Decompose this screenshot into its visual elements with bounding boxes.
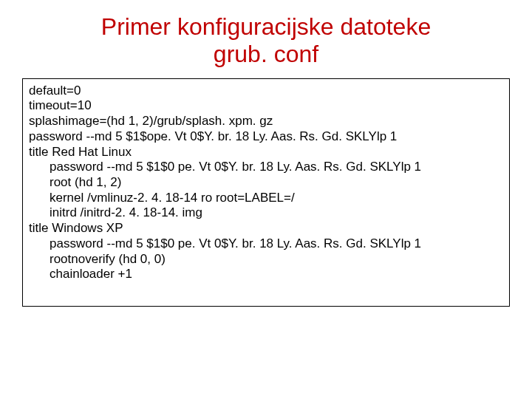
config-line: root (hd 1, 2) <box>29 175 503 191</box>
config-line: title Red Hat Linux <box>29 145 503 160</box>
config-line: password --md 5 $1$0 pe. Vt 0$Y. br. 18 … <box>29 160 503 175</box>
config-line: chainloader +1 <box>29 267 503 282</box>
title-line-2: grub. conf <box>214 41 318 67</box>
config-line: title Windows XP <box>29 221 503 236</box>
config-line: initrd /initrd-2. 4. 18-14. img <box>29 205 503 221</box>
config-line: default=0 <box>29 83 503 99</box>
config-line: splashimage=(hd 1, 2)/grub/splash. xpm. … <box>29 114 503 129</box>
config-line: kernel /vmlinuz-2. 4. 18-14 ro root=LABE… <box>29 191 503 206</box>
config-line: password --md 5 $1$0 pe. Vt 0$Y. br. 18 … <box>29 236 503 252</box>
config-line: password --md 5 $1$ope. Vt 0$Y. br. 18 L… <box>29 129 503 145</box>
config-line: rootnoverify (hd 0, 0) <box>29 252 503 267</box>
slide-title: Primer konfiguracijske datoteke grub. co… <box>30 13 502 68</box>
config-file-box: default=0 timeout=10 splashimage=(hd 1, … <box>22 78 510 307</box>
config-line: timeout=10 <box>29 98 503 114</box>
title-line-1: Primer konfiguracijske datoteke <box>101 13 431 40</box>
